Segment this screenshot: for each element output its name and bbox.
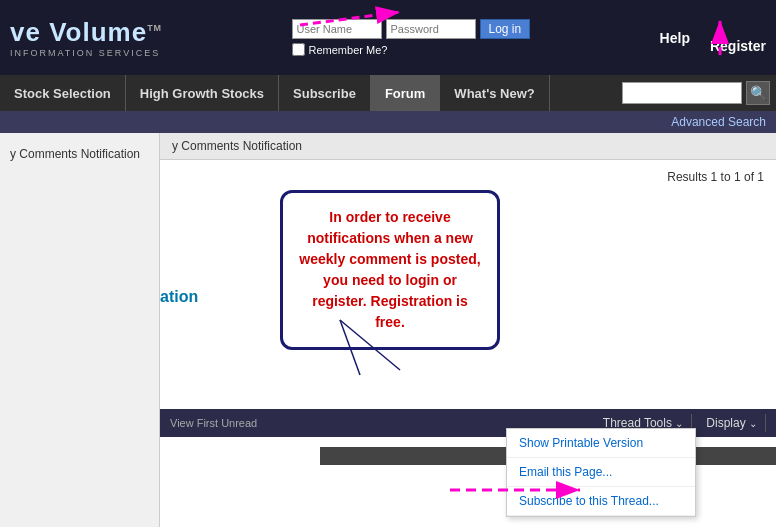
thread-tools-dropdown: Show Printable Version Email this Page..… (506, 428, 696, 517)
dropdown-email[interactable]: Email this Page... (507, 458, 695, 487)
username-input[interactable] (292, 19, 382, 39)
display-label: Display (706, 416, 745, 430)
logo-sub: INFORMATION SERVICES (10, 48, 162, 58)
navbar: Stock Selection High Growth Stocks Subsc… (0, 75, 776, 111)
advanced-search-link[interactable]: Advanced Search (671, 115, 766, 129)
dropdown-subscribe[interactable]: Subscribe to this Thread... (507, 487, 695, 516)
main-content: y Comments Notification y Comments Notif… (0, 133, 776, 527)
search-area: 🔍 (616, 75, 776, 111)
login-button[interactable]: Log in (480, 19, 531, 39)
ation-label: ation (160, 288, 198, 306)
subscribe-link[interactable]: Subscribe to this Thread... (519, 494, 659, 508)
notification-header: y Comments Notification (160, 133, 776, 160)
display-button[interactable]: Display ⌄ (698, 414, 766, 432)
sidebar-comments-notification[interactable]: y Comments Notification (0, 141, 159, 167)
nav-high-growth[interactable]: High Growth Stocks (126, 75, 279, 111)
remember-row: Remember Me? (292, 43, 531, 56)
printable-link[interactable]: Show Printable Version (519, 436, 643, 450)
login-row: Log in (292, 19, 531, 39)
content-area: y Comments Notification ation Results 1 … (160, 133, 776, 527)
sidebar: y Comments Notification (0, 133, 160, 527)
logo-prefix: ve Volume (10, 17, 147, 47)
nav-forum[interactable]: Forum (371, 75, 440, 111)
tooltip-box: In order to receive notifications when a… (280, 190, 500, 350)
logo-tm: TM (147, 23, 162, 33)
search-input[interactable] (622, 82, 742, 104)
search-button[interactable]: 🔍 (746, 81, 770, 105)
content-inner: Results 1 to 1 of 1 In order to receive … (160, 160, 776, 202)
display-chevron: ⌄ (749, 418, 757, 429)
logo-text: ve VolumeTM (10, 17, 162, 48)
remember-checkbox[interactable] (292, 43, 305, 56)
register-link[interactable]: Register (710, 38, 766, 54)
dropdown-printable[interactable]: Show Printable Version (507, 429, 695, 458)
help-link[interactable]: Help (660, 30, 690, 54)
logo-area: ve VolumeTM INFORMATION SERVICES (10, 17, 162, 58)
password-input[interactable] (386, 19, 476, 39)
header-center: Log in Remember Me? (292, 19, 531, 56)
advanced-search-bar: Advanced Search (0, 111, 776, 133)
nav-stock-selection[interactable]: Stock Selection (0, 75, 126, 111)
header: ve VolumeTM INFORMATION SERVICES Log in … (0, 0, 776, 75)
remember-label: Remember Me? (309, 44, 388, 56)
login-area: Log in Remember Me? (292, 19, 531, 56)
header-links: Help Register (660, 30, 766, 54)
nav-whats-new[interactable]: What's New? (440, 75, 549, 111)
results-count: Results 1 to 1 of 1 (172, 170, 764, 184)
email-link[interactable]: Email this Page... (519, 465, 612, 479)
nav-subscribe[interactable]: Subscribe (279, 75, 371, 111)
